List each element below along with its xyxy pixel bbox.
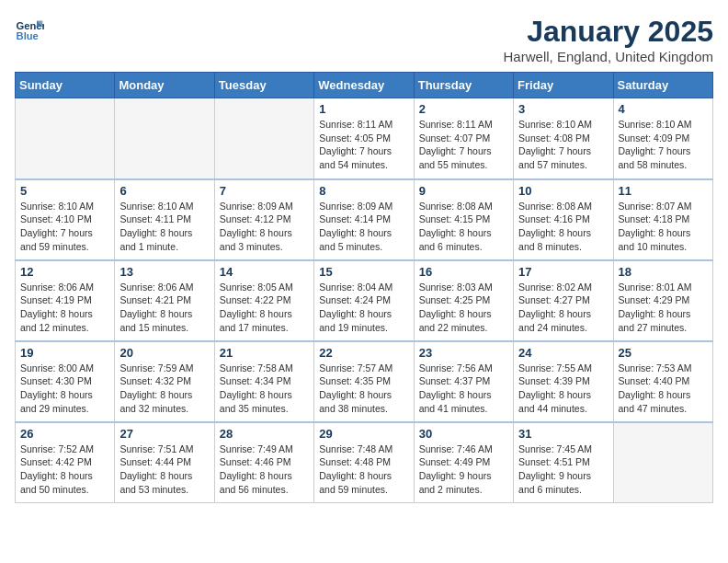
day-number: 31 [518, 427, 608, 441]
calendar-cell: 10Sunrise: 8:08 AM Sunset: 4:16 PM Dayli… [514, 179, 613, 260]
weekday-header-row: SundayMondayTuesdayWednesdayThursdayFrid… [16, 73, 713, 98]
day-number: 30 [419, 427, 508, 441]
calendar-cell: 28Sunrise: 7:49 AM Sunset: 4:46 PM Dayli… [214, 422, 313, 503]
day-info: Sunrise: 8:06 AM Sunset: 4:21 PM Dayligh… [119, 281, 209, 335]
logo-icon: General Blue [15, 15, 44, 44]
calendar-cell: 15Sunrise: 8:04 AM Sunset: 4:24 PM Dayli… [314, 260, 414, 341]
svg-text:Blue: Blue [17, 30, 39, 41]
day-info: Sunrise: 8:09 AM Sunset: 4:12 PM Dayligh… [220, 200, 309, 254]
day-info: Sunrise: 7:48 AM Sunset: 4:48 PM Dayligh… [319, 442, 408, 497]
day-number: 19 [20, 346, 109, 360]
day-info: Sunrise: 8:05 AM Sunset: 4:22 PM Dayligh… [220, 281, 309, 335]
day-number: 17 [518, 265, 608, 279]
calendar-cell: 17Sunrise: 8:02 AM Sunset: 4:27 PM Dayli… [514, 260, 613, 341]
weekday-header-friday: Friday [514, 73, 613, 98]
weekday-header-thursday: Thursday [414, 73, 513, 98]
day-info: Sunrise: 8:08 AM Sunset: 4:15 PM Dayligh… [419, 200, 508, 254]
week-row-5: 26Sunrise: 7:52 AM Sunset: 4:42 PM Dayli… [16, 422, 713, 503]
day-number: 11 [619, 184, 708, 198]
calendar-cell: 7Sunrise: 8:09 AM Sunset: 4:12 PM Daylig… [214, 179, 313, 260]
day-info: Sunrise: 7:55 AM Sunset: 4:39 PM Dayligh… [518, 362, 608, 416]
calendar-cell: 11Sunrise: 8:07 AM Sunset: 4:18 PM Dayli… [613, 179, 712, 260]
day-info: Sunrise: 7:57 AM Sunset: 4:35 PM Dayligh… [319, 362, 408, 416]
day-number: 14 [220, 265, 309, 279]
calendar-cell: 22Sunrise: 7:57 AM Sunset: 4:35 PM Dayli… [314, 341, 414, 422]
calendar-cell: 25Sunrise: 7:53 AM Sunset: 4:40 PM Dayli… [613, 341, 712, 422]
day-number: 12 [20, 265, 109, 279]
calendar-cell [16, 98, 115, 179]
day-number: 20 [119, 346, 209, 360]
week-row-1: 1Sunrise: 8:11 AM Sunset: 4:05 PM Daylig… [16, 98, 713, 179]
day-number: 1 [319, 102, 408, 116]
calendar-cell: 31Sunrise: 7:45 AM Sunset: 4:51 PM Dayli… [514, 422, 613, 503]
calendar-cell: 27Sunrise: 7:51 AM Sunset: 4:44 PM Dayli… [115, 422, 214, 503]
calendar-cell: 23Sunrise: 7:56 AM Sunset: 4:37 PM Dayli… [414, 341, 513, 422]
day-info: Sunrise: 8:06 AM Sunset: 4:19 PM Dayligh… [20, 281, 109, 335]
day-number: 18 [619, 265, 708, 279]
calendar-cell [115, 98, 214, 179]
week-row-4: 19Sunrise: 8:00 AM Sunset: 4:30 PM Dayli… [16, 341, 713, 422]
calendar-cell: 30Sunrise: 7:46 AM Sunset: 4:49 PM Dayli… [414, 422, 513, 503]
logo: General Blue [15, 15, 44, 44]
day-info: Sunrise: 8:08 AM Sunset: 4:16 PM Dayligh… [518, 200, 608, 254]
calendar-cell: 16Sunrise: 8:03 AM Sunset: 4:25 PM Dayli… [414, 260, 513, 341]
day-number: 21 [220, 346, 309, 360]
day-number: 13 [119, 265, 209, 279]
day-number: 28 [220, 427, 309, 441]
day-number: 6 [119, 184, 209, 198]
day-info: Sunrise: 8:10 AM Sunset: 4:08 PM Dayligh… [518, 118, 608, 172]
day-number: 3 [518, 102, 608, 116]
day-number: 15 [319, 265, 408, 279]
calendar-cell: 8Sunrise: 8:09 AM Sunset: 4:14 PM Daylig… [314, 179, 414, 260]
day-info: Sunrise: 7:51 AM Sunset: 4:44 PM Dayligh… [119, 442, 209, 497]
day-info: Sunrise: 8:07 AM Sunset: 4:18 PM Dayligh… [619, 200, 708, 254]
day-number: 5 [20, 184, 109, 198]
day-info: Sunrise: 8:10 AM Sunset: 4:11 PM Dayligh… [119, 200, 209, 254]
day-info: Sunrise: 7:58 AM Sunset: 4:34 PM Dayligh… [220, 362, 309, 416]
calendar-cell: 12Sunrise: 8:06 AM Sunset: 4:19 PM Dayli… [16, 260, 115, 341]
calendar-cell [613, 422, 712, 503]
location: Harwell, England, United Kingdom [504, 49, 713, 64]
day-info: Sunrise: 8:04 AM Sunset: 4:24 PM Dayligh… [319, 281, 408, 335]
day-number: 9 [419, 184, 508, 198]
calendar-cell: 29Sunrise: 7:48 AM Sunset: 4:48 PM Dayli… [314, 422, 414, 503]
day-number: 29 [319, 427, 408, 441]
calendar-cell: 2Sunrise: 8:11 AM Sunset: 4:07 PM Daylig… [414, 98, 513, 179]
week-row-2: 5Sunrise: 8:10 AM Sunset: 4:10 PM Daylig… [16, 179, 713, 260]
day-info: Sunrise: 8:01 AM Sunset: 4:29 PM Dayligh… [619, 281, 708, 335]
day-number: 25 [619, 346, 708, 360]
day-info: Sunrise: 8:02 AM Sunset: 4:27 PM Dayligh… [518, 281, 608, 335]
day-number: 26 [20, 427, 109, 441]
day-info: Sunrise: 7:53 AM Sunset: 4:40 PM Dayligh… [619, 362, 708, 416]
day-number: 7 [220, 184, 309, 198]
day-info: Sunrise: 8:00 AM Sunset: 4:30 PM Dayligh… [20, 362, 109, 416]
day-info: Sunrise: 8:11 AM Sunset: 4:07 PM Dayligh… [419, 118, 508, 172]
calendar-table: SundayMondayTuesdayWednesdayThursdayFrid… [15, 72, 713, 503]
day-info: Sunrise: 8:09 AM Sunset: 4:14 PM Dayligh… [319, 200, 408, 254]
weekday-header-sunday: Sunday [16, 73, 115, 98]
day-number: 23 [419, 346, 508, 360]
calendar-cell: 26Sunrise: 7:52 AM Sunset: 4:42 PM Dayli… [16, 422, 115, 503]
weekday-header-tuesday: Tuesday [214, 73, 313, 98]
calendar-cell: 24Sunrise: 7:55 AM Sunset: 4:39 PM Dayli… [514, 341, 613, 422]
day-info: Sunrise: 7:52 AM Sunset: 4:42 PM Dayligh… [20, 442, 109, 497]
calendar-cell: 1Sunrise: 8:11 AM Sunset: 4:05 PM Daylig… [314, 98, 414, 179]
day-info: Sunrise: 8:10 AM Sunset: 4:10 PM Dayligh… [20, 200, 109, 254]
day-number: 22 [319, 346, 408, 360]
month-title: January 2025 [504, 15, 713, 49]
day-info: Sunrise: 8:10 AM Sunset: 4:09 PM Dayligh… [619, 118, 708, 172]
page-header: General Blue January 2025 Harwell, Engla… [15, 15, 713, 64]
day-number: 16 [419, 265, 508, 279]
calendar-cell [214, 98, 313, 179]
calendar-cell: 21Sunrise: 7:58 AM Sunset: 4:34 PM Dayli… [214, 341, 313, 422]
day-info: Sunrise: 7:49 AM Sunset: 4:46 PM Dayligh… [220, 442, 309, 497]
day-info: Sunrise: 8:03 AM Sunset: 4:25 PM Dayligh… [419, 281, 508, 335]
day-info: Sunrise: 7:45 AM Sunset: 4:51 PM Dayligh… [518, 442, 608, 497]
calendar-cell: 13Sunrise: 8:06 AM Sunset: 4:21 PM Dayli… [115, 260, 214, 341]
calendar-cell: 6Sunrise: 8:10 AM Sunset: 4:11 PM Daylig… [115, 179, 214, 260]
day-number: 8 [319, 184, 408, 198]
calendar-cell: 14Sunrise: 8:05 AM Sunset: 4:22 PM Dayli… [214, 260, 313, 341]
day-number: 10 [518, 184, 608, 198]
weekday-header-monday: Monday [115, 73, 214, 98]
calendar-cell: 9Sunrise: 8:08 AM Sunset: 4:15 PM Daylig… [414, 179, 513, 260]
